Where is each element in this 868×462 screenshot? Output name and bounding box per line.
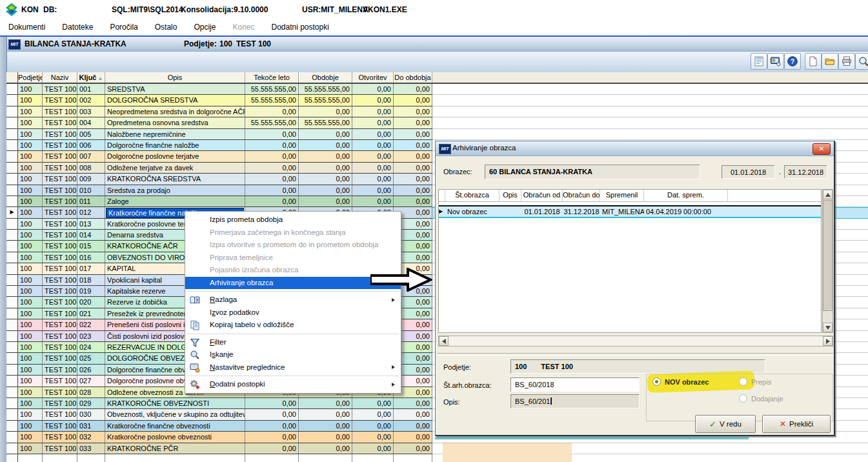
cell[interactable]: KRATKOROČNA SREDSTVA — [105, 174, 245, 184]
row-selector[interactable] — [6, 353, 18, 363]
column-header-naziv[interactable]: Naziv — [43, 72, 77, 83]
table-row[interactable]: 100TEST 100029KRATKOROČNE OBVEZNOSTI0,00… — [6, 398, 432, 409]
cell[interactable]: TEST 100 — [43, 365, 77, 375]
cell[interactable]: 0,00 — [245, 398, 299, 408]
cell[interactable]: 015 — [77, 241, 105, 251]
cell[interactable]: TEST 100 — [43, 151, 77, 161]
cell[interactable]: Neopredmetena sredstva in dolgoročne AČR — [105, 106, 245, 117]
cell[interactable]: 0,00 — [352, 117, 394, 128]
archive-column-6[interactable]: Dat. sprem. — [644, 190, 728, 201]
cell[interactable]: 100 — [18, 432, 43, 442]
context-menu-item-priprava-temeljnice[interactable]: Priprava temeljnice — [185, 252, 401, 265]
cell[interactable]: 006 — [77, 140, 105, 150]
cell[interactable]: TEST 100 — [43, 219, 77, 229]
row-selector[interactable] — [6, 219, 18, 229]
table-row[interactable]: 100TEST 100011Zaloge0,000,000,000,00 — [6, 196, 432, 207]
cell[interactable]: 100 — [18, 84, 43, 94]
row-selector[interactable] — [6, 230, 18, 240]
context-menu-item-dodatni-postopki[interactable]: ✱Dodatni postopki — [185, 378, 401, 391]
cell[interactable]: 0,00 — [394, 129, 432, 139]
cell[interactable]: 100 — [18, 263, 43, 274]
cell[interactable]: 0,00 — [245, 432, 299, 442]
row-selector[interactable] — [6, 106, 18, 117]
row-selector[interactable] — [6, 117, 18, 128]
cell[interactable]: TEST 100 — [43, 308, 77, 319]
cell[interactable]: 55.555.555,00 — [245, 95, 299, 105]
cell[interactable]: Dolgoročne finančne naložbe — [105, 140, 245, 150]
row-selector[interactable] — [6, 263, 18, 274]
row-selector[interactable] — [6, 95, 18, 105]
archive-column-5[interactable]: Spremenil — [600, 190, 644, 201]
cell[interactable]: 0,00 — [352, 443, 394, 454]
row-selector[interactable] — [6, 409, 18, 419]
cell[interactable]: 55.555.555,00 — [245, 84, 299, 94]
cell[interactable]: 100 — [18, 398, 43, 408]
help-button[interactable]: ? — [784, 53, 801, 70]
cell[interactable]: 100 — [18, 387, 43, 397]
archive-cell[interactable]: 04.04.2019 00:00:00 — [644, 206, 728, 217]
table-row[interactable]: 100TEST 100008Odložene terjatve za davek… — [6, 163, 432, 174]
cell[interactable]: 0,00 — [394, 185, 432, 196]
cell[interactable]: 0,00 — [352, 398, 394, 408]
cell[interactable]: 100 — [18, 117, 43, 128]
cell[interactable]: 0,00 — [299, 432, 352, 442]
cell[interactable]: 009 — [77, 174, 105, 184]
cell[interactable]: TEST 100 — [43, 174, 77, 184]
cell[interactable]: TEST 100 — [43, 117, 77, 128]
cell[interactable]: 100 — [18, 353, 43, 363]
date-to-field[interactable]: 31.12.2018 — [784, 165, 827, 179]
cell[interactable]: 0,00 — [394, 398, 432, 408]
cell[interactable]: 0,00 — [245, 185, 299, 196]
cell[interactable]: 100 — [18, 219, 43, 229]
cell[interactable]: 0,00 — [245, 443, 299, 454]
context-menu-item-izpis-otvoritve-s-prometom-do-in-prometom-obdobja[interactable]: Izpis otvoritve s prometom do in prometo… — [185, 239, 401, 252]
cell[interactable]: 0,00 — [299, 398, 352, 408]
cell[interactable]: Dolgoročne poslovne terjatve — [105, 151, 245, 161]
cell[interactable]: TEST 100 — [43, 443, 77, 454]
menu-item-dokumenti[interactable]: Dokumenti — [0, 19, 54, 35]
folder-button[interactable] — [822, 53, 838, 70]
cell[interactable]: KRATKOROČNE OBVEZNOSTI — [105, 398, 245, 408]
cell[interactable]: 0,00 — [245, 174, 299, 184]
cell[interactable]: 100 — [18, 319, 43, 330]
cell[interactable]: 012 — [77, 207, 105, 217]
cell[interactable]: TEST 100 — [43, 196, 77, 206]
cell[interactable]: 0,00 — [245, 106, 299, 117]
cell[interactable]: 0,00 — [394, 174, 432, 184]
archive-column-4[interactable]: Obračun do — [563, 190, 600, 201]
context-menu-item-iskanje[interactable]: Iskanje — [185, 348, 401, 361]
cell[interactable]: 100 — [18, 241, 43, 251]
cell[interactable]: 0,00 — [299, 174, 352, 184]
cell[interactable]: 016 — [77, 252, 105, 263]
cell[interactable]: TEST 100 — [43, 207, 77, 217]
cell[interactable]: 0,00 — [394, 432, 432, 442]
cell[interactable]: 55.555.555,00 — [299, 95, 352, 105]
cell[interactable]: Obveznosti, vključene v skupino za odtuj… — [105, 409, 245, 419]
cell[interactable]: 100 — [18, 275, 43, 285]
context-menu-item-filter[interactable]: Filter — [185, 336, 401, 349]
table-row[interactable]: 100TEST 100032Kratkoročne poslovne obvez… — [6, 432, 432, 443]
column-header-teko-e-leto[interactable]: Tekoče leto — [245, 72, 299, 83]
cell[interactable]: TEST 100 — [43, 297, 77, 307]
cell[interactable]: 025 — [77, 353, 105, 363]
table-row[interactable]: 100TEST 100031Kratkoročne finančne obvez… — [6, 421, 432, 432]
cell[interactable]: 0,00 — [299, 106, 352, 117]
cell[interactable]: 0,00 — [394, 409, 432, 419]
row-selector[interactable] — [6, 331, 18, 341]
cell[interactable]: 100 — [18, 308, 43, 319]
cell[interactable]: 0,00 — [299, 185, 352, 196]
column-header-do-obdobja[interactable]: Do obdobja — [394, 72, 432, 83]
row-selector[interactable] — [6, 196, 18, 206]
cell[interactable]: TEST 100 — [43, 241, 77, 251]
cell[interactable]: 0,00 — [299, 140, 352, 150]
row-selector[interactable] — [6, 185, 18, 196]
cell[interactable]: 0,00 — [299, 443, 352, 454]
cell[interactable]: 0,00 — [299, 196, 352, 206]
menu-item-ostalo[interactable]: Ostalo — [146, 19, 186, 35]
table-row[interactable]: 100TEST 100033KRATKOROČNE PČR0,000,000,0… — [6, 443, 432, 454]
cell[interactable]: 0,00 — [352, 421, 394, 431]
cell[interactable]: 029 — [77, 398, 105, 408]
context-menu-item-primerjava-začetnega-in-končnega-stanja[interactable]: Primerjava začetnega in končnega stanja — [185, 226, 401, 239]
cell[interactable]: 024 — [77, 342, 105, 352]
cell[interactable]: 004 — [77, 117, 105, 128]
